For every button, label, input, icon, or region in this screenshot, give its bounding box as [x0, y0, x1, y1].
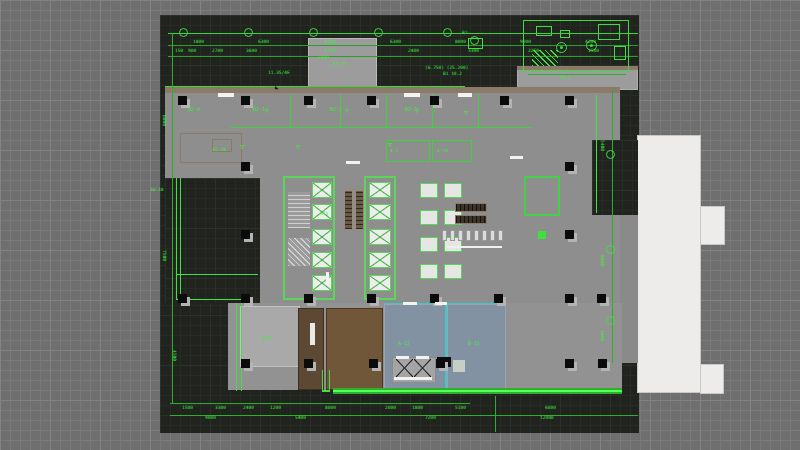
dim-line: [170, 415, 638, 416]
annotation-text: 9000: [205, 416, 216, 421]
detail-inner: [598, 24, 620, 40]
escalator: [344, 190, 353, 230]
elevator-cab: [420, 237, 438, 252]
annotation-text: P22: [262, 336, 271, 341]
annotation-text: B1-01: [333, 62, 347, 67]
stair-arrow: [414, 359, 431, 377]
annotation-text: A-12: [398, 341, 410, 346]
axis-left: [172, 33, 173, 303]
fixture: [498, 230, 503, 241]
elevator-cell: [312, 229, 332, 245]
stair-arrow: [396, 359, 413, 377]
annotation-text: ▽: [388, 142, 392, 149]
room-outline-tan: [180, 133, 242, 163]
structural-column: [598, 359, 607, 368]
grid-bubble: [244, 28, 253, 37]
structural-column: [565, 96, 574, 105]
annotation-text: 3600: [600, 330, 605, 341]
structural-column: [178, 96, 187, 105]
annotation-text: 12000: [540, 416, 554, 421]
elevator-cab: [420, 210, 438, 225]
void-boundary: [176, 274, 258, 275]
grid-bubble: [374, 28, 383, 37]
annotation-text: ▽: [345, 108, 349, 115]
detail-inner: [614, 46, 626, 60]
annotation-text: 5100: [325, 49, 336, 54]
door-opening: [435, 302, 447, 305]
room-brown-dark: [298, 308, 324, 390]
structural-column: [565, 294, 574, 303]
annotation-text: 1800: [193, 40, 204, 45]
annotation-text: ▽: [265, 108, 269, 115]
elevator-cell: [369, 275, 391, 291]
annotation-text: 5100: [455, 406, 466, 411]
pale-block: [453, 360, 465, 372]
elevator-cell: [369, 204, 391, 220]
fixture: [482, 230, 487, 241]
structural-column: [367, 294, 376, 303]
structural-column: [565, 230, 574, 239]
structural-column: [241, 230, 250, 239]
fixture: [490, 230, 495, 241]
annotation-text: 6300: [390, 40, 401, 45]
structural-column: [304, 359, 313, 368]
annotation-text: 6000: [545, 406, 556, 411]
detail-inner: [560, 30, 570, 38]
structural-column: [241, 96, 250, 105]
green-v-bright: [596, 95, 597, 213]
annotation-text: ▽: [240, 144, 244, 151]
structural-column: [178, 294, 187, 303]
escalator: [355, 190, 364, 230]
structural-column: [430, 96, 439, 105]
annotation-text: 6000: [162, 115, 167, 126]
cad-canvas[interactable]: 1800630063006300800090004200150900270036…: [0, 0, 800, 450]
annotation-text: B2: [462, 31, 467, 36]
elevator-cell: [369, 229, 391, 245]
annotation-text: 4500: [172, 350, 177, 361]
structural-column: [565, 359, 574, 368]
structural-column: [494, 294, 503, 303]
annotation-text: 2700: [212, 49, 223, 54]
escalator-h: [455, 203, 487, 212]
adjacent-building: [637, 135, 701, 393]
elevator-cab: [420, 183, 438, 198]
annotation-text: 9000: [520, 40, 531, 45]
structural-column: [436, 359, 445, 368]
annotation-text: B1 10.2: [443, 72, 462, 77]
grid-bubble: [309, 28, 318, 37]
door-opening: [404, 93, 420, 97]
partition-v: [386, 94, 387, 128]
top-edge-green: [165, 86, 465, 87]
fixture: [442, 230, 447, 241]
void-boundary: [180, 178, 181, 300]
elevator-cab: [444, 183, 462, 198]
stair-bar: [394, 377, 432, 380]
fixture: [474, 230, 479, 241]
structural-column: [241, 294, 250, 303]
annotation-text: 8000: [455, 40, 466, 45]
annotation-text: 4200: [585, 40, 596, 45]
room-blue-b: [447, 304, 506, 390]
annotation-text: XT1: [320, 212, 328, 217]
structural-column: [304, 96, 313, 105]
fixture: [458, 230, 463, 241]
white-slot: [310, 323, 315, 345]
annotation-text: 2400: [408, 49, 419, 54]
annotation-text: 4-10: [437, 149, 448, 154]
annotation-text: ◣: [275, 84, 279, 90]
annotation-text: 150: [175, 49, 183, 54]
structural-column: [367, 96, 376, 105]
annotation-text: 7200: [425, 416, 436, 421]
annotation-text: 2250: [528, 49, 539, 54]
void-boundary: [176, 178, 177, 300]
grid-bubble: [179, 28, 188, 37]
structural-column: [597, 294, 606, 303]
green-band-bright: [333, 390, 622, 392]
adjacent-building-annex: [700, 364, 724, 394]
stair-bar: [416, 356, 429, 359]
annotation-text: 3W-18: [150, 188, 164, 193]
elevator-cell: [312, 275, 332, 291]
annotation-text: 2000: [385, 406, 396, 411]
structural-column: [565, 162, 574, 171]
fixture: [450, 230, 455, 241]
